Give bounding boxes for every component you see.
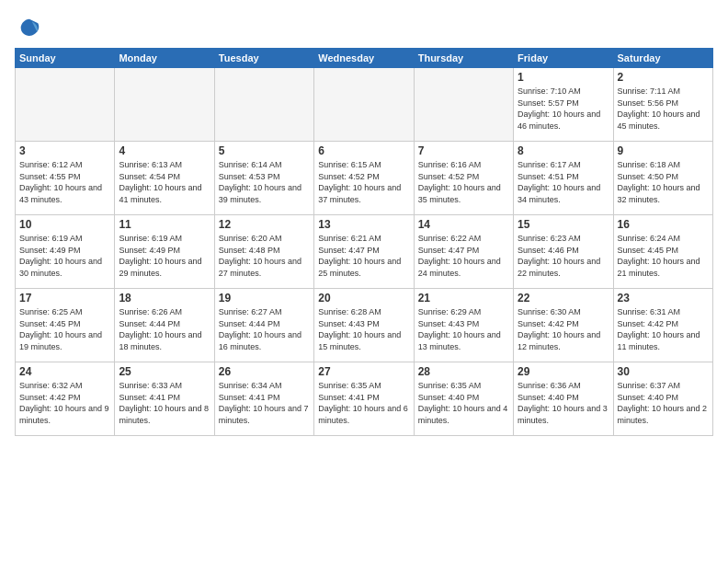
calendar-cell: 10Sunrise: 6:19 AM Sunset: 4:49 PM Dayli… xyxy=(16,215,115,289)
day-number: 28 xyxy=(418,365,509,378)
day-info: Sunrise: 6:16 AM Sunset: 4:52 PM Dayligh… xyxy=(418,159,509,205)
day-number: 11 xyxy=(119,218,210,231)
week-row-5: 24Sunrise: 6:32 AM Sunset: 4:42 PM Dayli… xyxy=(16,362,713,436)
day-info: Sunrise: 7:11 AM Sunset: 5:56 PM Dayligh… xyxy=(618,86,709,132)
calendar-cell: 1Sunrise: 7:10 AM Sunset: 5:57 PM Daylig… xyxy=(514,68,613,142)
day-info: Sunrise: 6:35 AM Sunset: 4:40 PM Dayligh… xyxy=(418,380,509,426)
day-info: Sunrise: 6:33 AM Sunset: 4:41 PM Dayligh… xyxy=(119,380,210,426)
calendar-cell: 14Sunrise: 6:22 AM Sunset: 4:47 PM Dayli… xyxy=(414,215,513,289)
day-number: 27 xyxy=(318,365,409,378)
calendar-cell: 6Sunrise: 6:15 AM Sunset: 4:52 PM Daylig… xyxy=(314,142,414,215)
day-info: Sunrise: 6:23 AM Sunset: 4:46 PM Dayligh… xyxy=(518,233,609,279)
day-info: Sunrise: 6:17 AM Sunset: 4:51 PM Dayligh… xyxy=(518,159,609,205)
day-number: 7 xyxy=(418,144,509,157)
day-info: Sunrise: 7:10 AM Sunset: 5:57 PM Dayligh… xyxy=(518,86,609,132)
day-info: Sunrise: 6:19 AM Sunset: 4:49 PM Dayligh… xyxy=(119,233,210,279)
calendar-cell xyxy=(214,68,313,142)
calendar-cell: 19Sunrise: 6:27 AM Sunset: 4:44 PM Dayli… xyxy=(214,289,313,362)
calendar-cell xyxy=(314,68,414,142)
day-number: 5 xyxy=(219,144,310,157)
day-info: Sunrise: 6:37 AM Sunset: 4:40 PM Dayligh… xyxy=(618,380,709,426)
calendar-cell: 8Sunrise: 6:17 AM Sunset: 4:51 PM Daylig… xyxy=(514,142,613,215)
weekday-header-saturday: Saturday xyxy=(613,49,712,68)
weekday-header-monday: Monday xyxy=(115,49,214,68)
calendar-cell: 11Sunrise: 6:19 AM Sunset: 4:49 PM Dayli… xyxy=(115,215,214,289)
day-info: Sunrise: 6:18 AM Sunset: 4:50 PM Dayligh… xyxy=(618,159,709,205)
calendar-cell: 29Sunrise: 6:36 AM Sunset: 4:40 PM Dayli… xyxy=(514,362,613,436)
day-number: 26 xyxy=(219,365,310,378)
calendar-cell: 16Sunrise: 6:24 AM Sunset: 4:45 PM Dayli… xyxy=(613,215,712,289)
calendar-cell: 18Sunrise: 6:26 AM Sunset: 4:44 PM Dayli… xyxy=(115,289,214,362)
header xyxy=(15,15,713,40)
day-info: Sunrise: 6:31 AM Sunset: 4:42 PM Dayligh… xyxy=(618,306,709,352)
day-number: 12 xyxy=(219,218,310,231)
logo xyxy=(15,15,42,40)
calendar-cell: 27Sunrise: 6:35 AM Sunset: 4:41 PM Dayli… xyxy=(314,362,414,436)
calendar-cell xyxy=(16,68,115,142)
calendar-cell: 24Sunrise: 6:32 AM Sunset: 4:42 PM Dayli… xyxy=(16,362,115,436)
day-number: 24 xyxy=(19,365,110,378)
calendar-cell: 3Sunrise: 6:12 AM Sunset: 4:55 PM Daylig… xyxy=(16,142,115,215)
day-number: 14 xyxy=(418,218,509,231)
week-row-4: 17Sunrise: 6:25 AM Sunset: 4:45 PM Dayli… xyxy=(16,289,713,362)
calendar-cell: 13Sunrise: 6:21 AM Sunset: 4:47 PM Dayli… xyxy=(314,215,414,289)
day-number: 17 xyxy=(19,292,110,304)
day-number: 13 xyxy=(318,218,409,231)
calendar-cell: 12Sunrise: 6:20 AM Sunset: 4:48 PM Dayli… xyxy=(214,215,313,289)
day-number: 23 xyxy=(618,292,709,304)
calendar-cell: 23Sunrise: 6:31 AM Sunset: 4:42 PM Dayli… xyxy=(613,289,712,362)
day-number: 19 xyxy=(219,292,310,304)
day-info: Sunrise: 6:20 AM Sunset: 4:48 PM Dayligh… xyxy=(219,233,310,279)
calendar-cell: 4Sunrise: 6:13 AM Sunset: 4:54 PM Daylig… xyxy=(115,142,214,215)
calendar-cell: 20Sunrise: 6:28 AM Sunset: 4:43 PM Dayli… xyxy=(314,289,414,362)
calendar-cell: 17Sunrise: 6:25 AM Sunset: 4:45 PM Dayli… xyxy=(16,289,115,362)
calendar-cell: 21Sunrise: 6:29 AM Sunset: 4:43 PM Dayli… xyxy=(414,289,513,362)
day-number: 22 xyxy=(518,292,609,304)
day-number: 15 xyxy=(518,218,609,231)
day-number: 18 xyxy=(119,292,210,304)
calendar-cell: 7Sunrise: 6:16 AM Sunset: 4:52 PM Daylig… xyxy=(414,142,513,215)
calendar-cell xyxy=(115,68,214,142)
day-info: Sunrise: 6:26 AM Sunset: 4:44 PM Dayligh… xyxy=(119,306,210,352)
logo-icon xyxy=(17,15,42,40)
week-row-3: 10Sunrise: 6:19 AM Sunset: 4:49 PM Dayli… xyxy=(16,215,713,289)
day-number: 25 xyxy=(119,365,210,378)
day-info: Sunrise: 6:15 AM Sunset: 4:52 PM Dayligh… xyxy=(318,159,409,205)
day-info: Sunrise: 6:32 AM Sunset: 4:42 PM Dayligh… xyxy=(19,380,110,426)
day-info: Sunrise: 6:30 AM Sunset: 4:42 PM Dayligh… xyxy=(518,306,609,352)
calendar-cell: 25Sunrise: 6:33 AM Sunset: 4:41 PM Dayli… xyxy=(115,362,214,436)
day-number: 4 xyxy=(119,144,210,157)
calendar: SundayMondayTuesdayWednesdayThursdayFrid… xyxy=(15,48,713,436)
day-info: Sunrise: 6:13 AM Sunset: 4:54 PM Dayligh… xyxy=(119,159,210,205)
day-info: Sunrise: 6:25 AM Sunset: 4:45 PM Dayligh… xyxy=(19,306,110,352)
calendar-cell: 26Sunrise: 6:34 AM Sunset: 4:41 PM Dayli… xyxy=(214,362,313,436)
day-number: 29 xyxy=(518,365,609,378)
weekday-header-row: SundayMondayTuesdayWednesdayThursdayFrid… xyxy=(16,49,713,68)
day-number: 21 xyxy=(418,292,509,304)
week-row-2: 3Sunrise: 6:12 AM Sunset: 4:55 PM Daylig… xyxy=(16,142,713,215)
day-info: Sunrise: 6:34 AM Sunset: 4:41 PM Dayligh… xyxy=(219,380,310,426)
weekday-header-wednesday: Wednesday xyxy=(314,49,414,68)
page: SundayMondayTuesdayWednesdayThursdayFrid… xyxy=(0,0,728,563)
calendar-cell: 9Sunrise: 6:18 AM Sunset: 4:50 PM Daylig… xyxy=(613,142,712,215)
weekday-header-thursday: Thursday xyxy=(414,49,513,68)
day-number: 2 xyxy=(618,71,709,84)
week-row-1: 1Sunrise: 7:10 AM Sunset: 5:57 PM Daylig… xyxy=(16,68,713,142)
calendar-cell xyxy=(414,68,513,142)
day-number: 10 xyxy=(19,218,110,231)
day-info: Sunrise: 6:14 AM Sunset: 4:53 PM Dayligh… xyxy=(219,159,310,205)
day-number: 30 xyxy=(618,365,709,378)
day-number: 1 xyxy=(518,71,609,84)
day-number: 20 xyxy=(318,292,409,304)
calendar-cell: 30Sunrise: 6:37 AM Sunset: 4:40 PM Dayli… xyxy=(613,362,712,436)
day-info: Sunrise: 6:36 AM Sunset: 4:40 PM Dayligh… xyxy=(518,380,609,426)
calendar-cell: 15Sunrise: 6:23 AM Sunset: 4:46 PM Dayli… xyxy=(514,215,613,289)
day-number: 9 xyxy=(618,144,709,157)
day-info: Sunrise: 6:19 AM Sunset: 4:49 PM Dayligh… xyxy=(19,233,110,279)
day-number: 16 xyxy=(618,218,709,231)
day-info: Sunrise: 6:28 AM Sunset: 4:43 PM Dayligh… xyxy=(318,306,409,352)
calendar-cell: 22Sunrise: 6:30 AM Sunset: 4:42 PM Dayli… xyxy=(514,289,613,362)
day-number: 6 xyxy=(318,144,409,157)
day-info: Sunrise: 6:12 AM Sunset: 4:55 PM Dayligh… xyxy=(19,159,110,205)
weekday-header-friday: Friday xyxy=(514,49,613,68)
